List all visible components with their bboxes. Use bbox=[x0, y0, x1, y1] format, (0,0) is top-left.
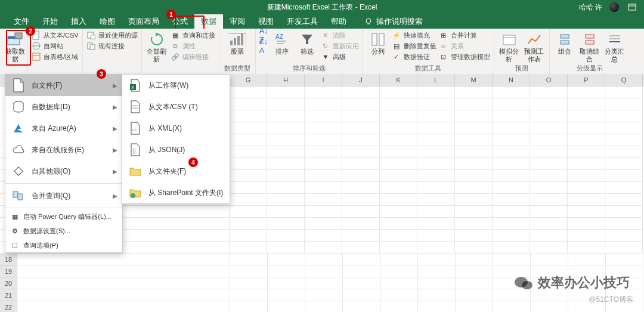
filter-button[interactable]: 筛选 bbox=[296, 30, 318, 55]
cell[interactable] bbox=[268, 289, 305, 301]
cell[interactable] bbox=[380, 218, 417, 230]
cell[interactable] bbox=[342, 146, 380, 158]
edit-links-button[interactable]: 🔗编辑链接 bbox=[171, 51, 215, 62]
cell[interactable] bbox=[230, 242, 267, 254]
cell[interactable] bbox=[267, 158, 305, 170]
cell[interactable] bbox=[456, 277, 493, 289]
menu-draw[interactable]: 绘图 bbox=[93, 14, 122, 29]
cell[interactable] bbox=[380, 122, 417, 134]
cell[interactable] bbox=[380, 254, 418, 265]
cell[interactable] bbox=[380, 134, 417, 146]
cell[interactable] bbox=[342, 182, 380, 194]
cell[interactable] bbox=[568, 110, 605, 122]
cell[interactable] bbox=[493, 158, 530, 170]
cell[interactable] bbox=[605, 98, 643, 110]
cell[interactable] bbox=[531, 301, 568, 312]
cell[interactable] bbox=[267, 134, 305, 146]
cell[interactable] bbox=[530, 134, 568, 146]
cell[interactable] bbox=[530, 194, 568, 206]
cell[interactable] bbox=[380, 206, 417, 218]
cell[interactable] bbox=[455, 134, 493, 146]
menu-home[interactable]: 开始 bbox=[36, 14, 64, 29]
cell[interactable] bbox=[342, 170, 380, 182]
cell[interactable] bbox=[456, 301, 493, 312]
from-sharepoint-menu-item[interactable]: 从 SharePoint 文件夹(I) bbox=[122, 182, 230, 203]
cell[interactable] bbox=[455, 87, 493, 98]
cell[interactable] bbox=[267, 194, 305, 206]
cell[interactable] bbox=[417, 134, 455, 146]
cell[interactable] bbox=[342, 230, 380, 242]
cell[interactable] bbox=[305, 98, 342, 110]
cell[interactable] bbox=[230, 146, 267, 158]
sort-button[interactable]: AZ 排序 bbox=[271, 30, 293, 55]
cell[interactable] bbox=[268, 277, 305, 289]
cell[interactable] bbox=[568, 158, 605, 170]
cell[interactable] bbox=[418, 277, 456, 289]
cell[interactable] bbox=[230, 122, 267, 134]
cell[interactable] bbox=[342, 158, 380, 170]
cell[interactable] bbox=[568, 254, 606, 265]
cell[interactable] bbox=[380, 146, 417, 158]
data-validation-button[interactable]: ✓数据验证 bbox=[392, 51, 436, 62]
cell[interactable] bbox=[530, 146, 568, 158]
menu-data[interactable]: 数据 bbox=[194, 14, 223, 29]
cell[interactable] bbox=[605, 110, 643, 122]
cell[interactable] bbox=[380, 242, 417, 254]
from-text-csv-menu-item[interactable]: 从文本/CSV (T) bbox=[122, 96, 230, 118]
cell[interactable] bbox=[493, 122, 530, 134]
cell[interactable] bbox=[380, 277, 418, 289]
queries-conn-button[interactable]: ▦查询和连接 bbox=[171, 30, 215, 41]
cell[interactable] bbox=[417, 230, 455, 242]
cell[interactable] bbox=[456, 265, 493, 277]
row-header[interactable]: 18 bbox=[0, 254, 17, 265]
cell[interactable] bbox=[305, 301, 343, 312]
cell[interactable] bbox=[305, 289, 343, 301]
cell[interactable] bbox=[305, 110, 342, 122]
cell[interactable] bbox=[342, 218, 380, 230]
combine-queries-menu-item[interactable]: 合并查询(Q)▶ bbox=[5, 185, 122, 206]
cell[interactable] bbox=[493, 110, 530, 122]
menu-review[interactable]: 审阅 bbox=[223, 14, 252, 29]
from-xml-menu-item[interactable]: <> 从 XML(X) bbox=[122, 118, 230, 139]
cell[interactable] bbox=[456, 254, 493, 265]
cell[interactable] bbox=[268, 265, 305, 277]
cell[interactable] bbox=[530, 230, 568, 242]
reapply-button[interactable]: ↻重新应用 bbox=[321, 41, 359, 51]
cell[interactable] bbox=[230, 110, 267, 122]
cell[interactable] bbox=[455, 182, 493, 194]
cell[interactable] bbox=[455, 218, 493, 230]
cell[interactable] bbox=[568, 206, 605, 218]
advanced-filter-button[interactable]: ▼高级 bbox=[321, 51, 359, 62]
cell[interactable] bbox=[530, 87, 568, 98]
cell[interactable] bbox=[568, 98, 605, 110]
cell[interactable] bbox=[568, 87, 605, 98]
cell[interactable] bbox=[417, 242, 455, 254]
cell[interactable] bbox=[418, 289, 456, 301]
whatif-button[interactable]: 模拟分析 bbox=[498, 30, 521, 63]
cell[interactable] bbox=[305, 277, 343, 289]
cell[interactable] bbox=[230, 265, 268, 277]
cell[interactable] bbox=[568, 230, 605, 242]
menu-dev[interactable]: 开发工具 bbox=[280, 14, 324, 29]
cell[interactable] bbox=[493, 98, 530, 110]
cell[interactable] bbox=[493, 87, 530, 98]
cell[interactable] bbox=[568, 242, 605, 254]
properties-button[interactable]: ⧉属性 bbox=[171, 41, 215, 51]
cell[interactable] bbox=[343, 254, 380, 265]
cell[interactable] bbox=[455, 206, 493, 218]
cell[interactable] bbox=[342, 110, 380, 122]
cell[interactable] bbox=[418, 301, 456, 312]
cell[interactable] bbox=[305, 254, 343, 265]
flash-fill-button[interactable]: ⚡快速填充 bbox=[392, 30, 436, 41]
col-header[interactable]: Q bbox=[605, 74, 643, 86]
cell[interactable] bbox=[455, 110, 493, 122]
cell[interactable] bbox=[267, 98, 305, 110]
col-header[interactable]: M bbox=[455, 74, 493, 86]
cell[interactable] bbox=[305, 158, 342, 170]
cell[interactable] bbox=[343, 265, 380, 277]
clear-filter-button[interactable]: ✕清除 bbox=[321, 30, 359, 41]
cell[interactable] bbox=[230, 98, 267, 110]
cell[interactable] bbox=[605, 230, 643, 242]
cell[interactable] bbox=[230, 194, 267, 206]
cell[interactable] bbox=[267, 206, 305, 218]
